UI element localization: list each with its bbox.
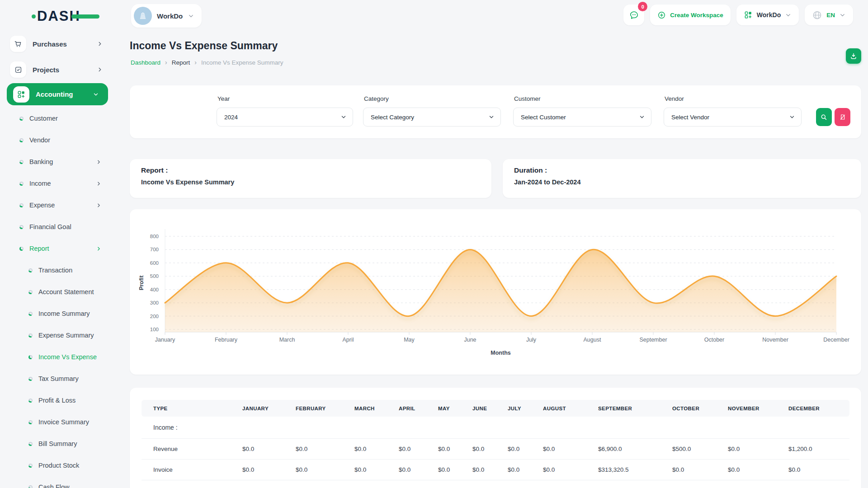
column-header-june: JUNE: [472, 400, 508, 417]
create-workspace-button[interactable]: Create Workspace: [650, 5, 731, 25]
table-row-revenue: Revenue$0.0$0.0$0.0$0.0$0.0$0.0$0.0$0.0$…: [142, 439, 849, 460]
chat-icon: [629, 10, 639, 20]
workdo-menu-button[interactable]: WorkDo: [736, 5, 799, 25]
sidebar-item-income-summary[interactable]: Income Summary: [0, 303, 116, 324]
column-header-august: AUGUST: [543, 400, 598, 417]
sidebar-item-expense-summary[interactable]: Expense Summary: [0, 324, 116, 346]
sidebar-item-tax-summary[interactable]: Tax Summary: [0, 368, 116, 389]
year-label: Year: [217, 95, 230, 102]
svg-text:400: 400: [150, 287, 159, 292]
grid-plus-icon: [744, 10, 753, 19]
search-icon: [820, 113, 828, 121]
svg-text:May: May: [404, 337, 415, 343]
language-selector[interactable]: EN: [805, 5, 853, 25]
svg-text:April: April: [342, 337, 354, 343]
year-select[interactable]: 2024: [217, 108, 353, 127]
column-header-april: APRIL: [399, 400, 438, 417]
sidebar-item-product-stock[interactable]: Product Stock: [0, 455, 116, 476]
plus-circle-icon: [657, 11, 666, 19]
report-summary-card: Report : Income Vs Expense Summary: [130, 159, 491, 198]
chevron-right-icon: [96, 159, 102, 165]
column-header-november: NOVEMBER: [728, 400, 788, 417]
globe-icon: [812, 10, 822, 20]
sidebar-item-cash-flow[interactable]: Cash Flow: [0, 476, 116, 488]
sidebar-item-accounting[interactable]: Accounting: [7, 83, 108, 105]
svg-text:Months: Months: [491, 350, 510, 356]
workspace-selector[interactable]: WorkDo: [131, 4, 202, 28]
clear-filter-icon: [839, 113, 846, 121]
bullet-icon: [19, 117, 24, 121]
sidebar-item-bill-summary[interactable]: Bill Summary: [0, 433, 116, 455]
download-button[interactable]: [846, 48, 861, 64]
breadcrumb-dashboard[interactable]: Dashboard: [131, 59, 160, 66]
bullet-icon: [28, 399, 33, 403]
chevron-down-icon: [839, 12, 846, 19]
sidebar-item-income-vs-expense[interactable]: Income Vs Expense: [0, 346, 116, 368]
duration-summary-card: Duration : Jan-2024 to Dec-2024: [503, 159, 861, 198]
svg-text:Profit: Profit: [138, 275, 145, 290]
logo-dot-icon: [32, 14, 36, 19]
bullet-icon: [28, 377, 33, 381]
workspace-label: WorkDo: [157, 12, 183, 20]
page-title: Income Vs Expense Summary: [130, 40, 278, 52]
chevron-separator-icon: ›: [194, 59, 197, 66]
sidebar-item-customer[interactable]: Customer: [0, 108, 116, 129]
sidebar-item-transaction[interactable]: Transaction: [0, 259, 116, 281]
bullet-icon: [19, 247, 24, 251]
report-card-title: Report :: [141, 166, 168, 174]
column-header-type: TYPE: [142, 400, 242, 417]
summary-table-card: TYPEJANUARYFEBRUARYMARCHAPRILMAYJUNEJULY…: [130, 388, 861, 488]
svg-text:700: 700: [150, 247, 159, 252]
apply-filter-button[interactable]: [816, 108, 832, 126]
svg-text:100: 100: [150, 327, 159, 332]
breadcrumb-report[interactable]: Report: [172, 59, 190, 66]
bullet-icon: [19, 182, 24, 186]
messages-button[interactable]: 0: [623, 5, 644, 25]
sidebar: Purchases Projects Accounting CustomerVe…: [0, 33, 116, 488]
cart-icon: [10, 36, 26, 52]
bullet-icon: [19, 225, 24, 229]
chevron-right-icon: [97, 41, 103, 47]
group-row-income: Income :: [142, 417, 849, 439]
svg-text:200: 200: [150, 314, 159, 319]
vendor-label: Vendor: [665, 95, 684, 102]
bullet-icon: [19, 160, 24, 164]
sidebar-item-expense[interactable]: Expense: [0, 194, 116, 216]
customer-select[interactable]: Select Customer: [513, 108, 651, 127]
sidebar-item-vendor[interactable]: Vendor: [0, 129, 116, 151]
sidebar-item-account-statement[interactable]: Account Statement: [0, 281, 116, 303]
vendor-select[interactable]: Select Vendor: [664, 108, 802, 127]
svg-text:300: 300: [150, 300, 159, 305]
table-row-invoice: Invoice$0.0$0.0$0.0$0.0$0.0$0.0$0.0$0.0$…: [142, 460, 849, 480]
sidebar-item-income[interactable]: Income: [0, 173, 116, 194]
svg-text:December: December: [823, 337, 849, 343]
category-select[interactable]: Select Category: [363, 108, 501, 127]
messages-count-badge: 0: [638, 2, 647, 11]
column-header-march: MARCH: [354, 400, 399, 417]
sidebar-item-profit-loss[interactable]: Profit & Loss: [0, 389, 116, 411]
column-header-july: JULY: [508, 400, 543, 417]
chevron-down-icon: [789, 114, 795, 120]
bullet-icon: [28, 290, 33, 294]
chevron-right-icon: [96, 246, 102, 252]
sidebar-submenu: CustomerVendorBankingIncomeExpenseFinanc…: [0, 108, 116, 488]
sidebar-item-report[interactable]: Report: [0, 238, 116, 259]
reset-filter-button[interactable]: [835, 108, 850, 126]
bullet-icon: [28, 442, 33, 446]
sidebar-item-purchases[interactable]: Purchases: [0, 33, 116, 54]
sidebar-item-financial-goal[interactable]: Financial Goal: [0, 216, 116, 238]
sidebar-item-projects[interactable]: Projects: [0, 59, 116, 80]
sidebar-item-banking[interactable]: Banking: [0, 151, 116, 173]
building-icon: [134, 7, 152, 25]
chevron-right-icon: [96, 202, 102, 208]
svg-text:September: September: [639, 337, 667, 343]
chevron-right-icon: [96, 181, 102, 187]
workdo-menu-label: WorkDo: [757, 11, 781, 19]
bullet-icon: [28, 312, 33, 316]
logo[interactable]: DASH: [32, 8, 99, 24]
sidebar-item-invoice-summary[interactable]: Invoice Summary: [0, 411, 116, 433]
chevron-right-icon: [97, 66, 103, 73]
column-header-january: JANUARY: [242, 400, 296, 417]
breadcrumb: Dashboard › Report › Income Vs Expense S…: [131, 59, 283, 66]
bullet-icon: [19, 138, 24, 142]
